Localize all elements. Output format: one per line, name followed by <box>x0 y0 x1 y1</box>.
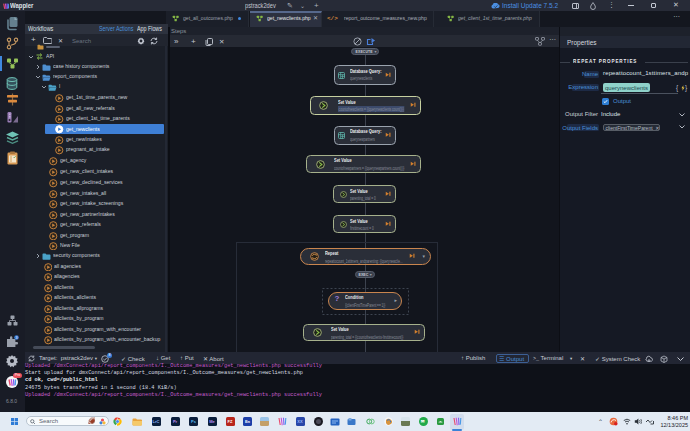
svg-text:3: 3 <box>16 336 18 340</box>
